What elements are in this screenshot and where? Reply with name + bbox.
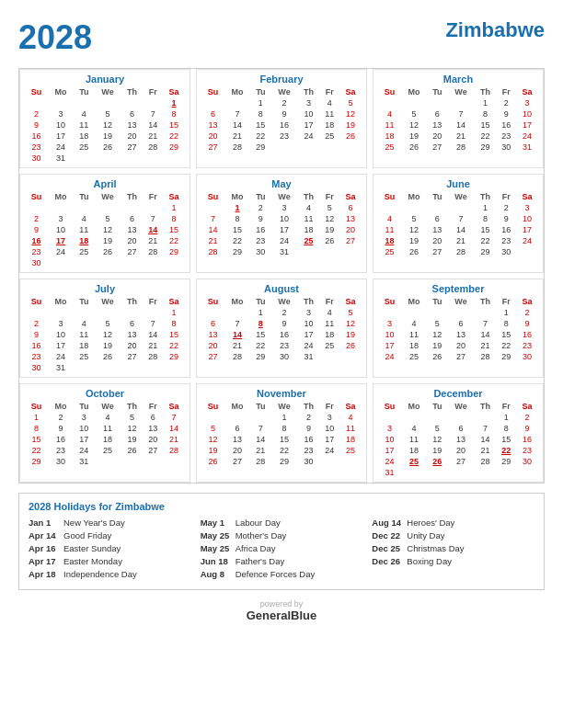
- day-cell: 17: [516, 119, 538, 131]
- day-cell: 10: [48, 224, 74, 235]
- day-cell: [95, 202, 121, 213]
- day-cell: [163, 257, 185, 268]
- day-header-tu: Tu: [250, 296, 270, 307]
- month-block-february: FebruarySuMoTuWeThFrSa123456789101112131…: [196, 69, 367, 168]
- day-cell: 26: [401, 246, 427, 257]
- day-cell: 31: [48, 362, 74, 373]
- day-cell: 15: [496, 329, 516, 340]
- day-cell: 16: [25, 131, 48, 142]
- day-cell: 21: [224, 131, 250, 142]
- day-cell: 26: [339, 131, 362, 142]
- day-cell: 4: [378, 213, 401, 224]
- day-cell: 29: [25, 456, 48, 467]
- day-cell: 4: [74, 108, 94, 119]
- day-cell: 11: [74, 329, 94, 340]
- day-cell: 16: [25, 340, 48, 351]
- day-cell: [95, 257, 121, 268]
- day-cell: [201, 412, 224, 423]
- day-header-fr: Fr: [496, 401, 516, 412]
- day-cell: 3: [48, 318, 74, 329]
- day-cell: [74, 97, 94, 108]
- day-cell: 6: [201, 108, 224, 119]
- day-cell: [121, 362, 143, 373]
- day-cell: 25: [297, 235, 319, 246]
- day-cell: 5: [95, 213, 121, 224]
- day-cell: 7: [224, 318, 250, 329]
- day-cell: [224, 412, 250, 423]
- day-cell: [319, 351, 339, 362]
- day-header-tu: Tu: [427, 401, 447, 412]
- day-header-we: We: [95, 296, 121, 307]
- day-header-su: Su: [25, 401, 48, 412]
- day-cell: 26: [95, 142, 121, 153]
- day-cell: 27: [201, 142, 224, 153]
- day-cell: 20: [121, 235, 143, 246]
- day-cell: 13: [143, 423, 163, 434]
- day-cell: 17: [48, 235, 74, 246]
- day-cell: 24: [297, 131, 319, 142]
- day-cell: 17: [297, 119, 319, 131]
- footer-powered: powered by: [18, 599, 545, 609]
- day-cell: 20: [143, 434, 163, 445]
- day-cell: 9: [516, 318, 538, 329]
- day-header-tu: Tu: [250, 191, 270, 202]
- day-cell: 25: [401, 351, 427, 362]
- day-cell: 4: [74, 213, 94, 224]
- holidays-title: 2028 Holidays for Zimbabwe: [29, 501, 534, 512]
- day-header-fr: Fr: [496, 296, 516, 307]
- day-header-th: Th: [121, 401, 143, 412]
- day-cell: 6: [121, 213, 143, 224]
- day-cell: 19: [339, 329, 362, 340]
- day-cell: 14: [143, 119, 163, 131]
- day-cell: 13: [448, 329, 475, 340]
- day-cell: 8: [163, 318, 185, 329]
- day-cell: 8: [474, 108, 496, 119]
- day-cell: [474, 307, 496, 318]
- day-header-mo: Mo: [224, 191, 250, 202]
- day-cell: 14: [474, 329, 496, 340]
- day-cell: 8: [271, 423, 298, 434]
- day-cell: 15: [25, 434, 48, 445]
- month-name: May: [201, 178, 362, 189]
- day-cell: 11: [74, 119, 94, 131]
- day-cell: [427, 412, 447, 423]
- day-cell: 11: [339, 423, 362, 434]
- day-cell: 25: [95, 445, 121, 456]
- day-cell: 21: [448, 131, 475, 142]
- day-cell: 23: [48, 445, 74, 456]
- day-cell: 1: [250, 307, 270, 318]
- holiday-name: Heroes' Day: [407, 518, 454, 528]
- holiday-date: Jan 1: [29, 518, 60, 528]
- day-cell: 2: [496, 97, 516, 108]
- day-header-th: Th: [474, 191, 496, 202]
- day-cell: 12: [121, 423, 143, 434]
- day-header-th: Th: [121, 191, 143, 202]
- month-table: SuMoTuWeThFrSa12345678910111213141516171…: [25, 86, 185, 164]
- day-cell: 8: [496, 318, 516, 329]
- day-cell: 30: [516, 351, 538, 362]
- day-cell: 26: [319, 235, 339, 246]
- day-cell: 8: [163, 213, 185, 224]
- day-cell: 12: [401, 224, 427, 235]
- day-cell: 31: [271, 246, 298, 257]
- day-cell: 19: [427, 340, 447, 351]
- day-cell: 10: [319, 423, 339, 434]
- day-cell: [143, 257, 163, 268]
- holiday-name: Africa Day: [236, 543, 276, 553]
- day-cell: [401, 202, 427, 213]
- footer-brand: GeneralBlue: [18, 609, 545, 622]
- day-cell: 15: [163, 224, 185, 235]
- day-cell: 13: [121, 119, 143, 131]
- day-cell: 20: [121, 340, 143, 351]
- day-cell: [516, 467, 538, 478]
- day-cell: [25, 202, 48, 213]
- day-cell: 7: [143, 318, 163, 329]
- day-cell: 25: [378, 142, 401, 153]
- day-header-fr: Fr: [496, 86, 516, 97]
- day-cell: 11: [319, 318, 339, 329]
- day-cell: 7: [143, 213, 163, 224]
- day-cell: 18: [339, 434, 362, 445]
- day-cell: [427, 307, 447, 318]
- holiday-item: Dec 25Christmas Day: [372, 543, 534, 553]
- day-cell: 20: [427, 235, 447, 246]
